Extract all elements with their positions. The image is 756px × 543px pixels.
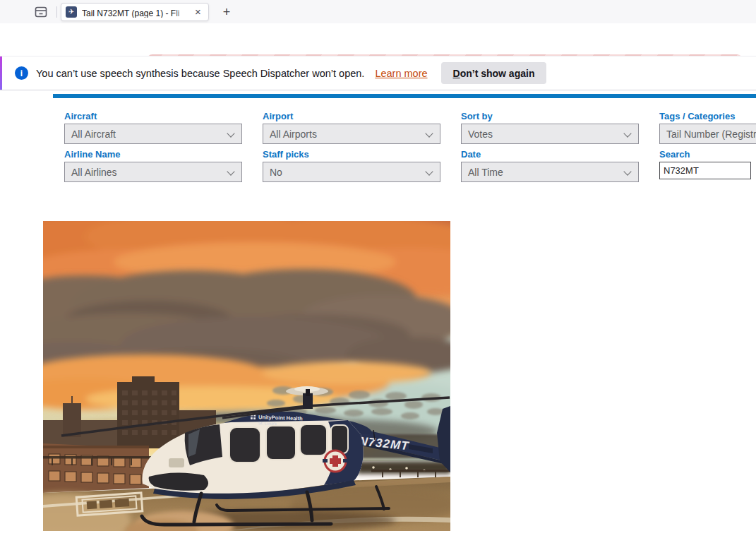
filter-aircraft: Aircraft All Aircraft	[64, 111, 242, 144]
sort-by-label: Sort by	[461, 111, 639, 121]
sort-by-select[interactable]: Votes	[461, 124, 639, 144]
notification-message: You can’t use speech synthesis because S…	[36, 68, 364, 79]
aircraft-label: Aircraft	[64, 111, 242, 121]
learn-more-link[interactable]: Learn more	[375, 68, 427, 79]
firefox-view-icon	[35, 6, 47, 18]
filter-airline: Airline Name All Airlines	[64, 149, 242, 182]
dismiss-accesskey: D	[453, 68, 460, 79]
dismiss-label-rest: on’t show again	[460, 68, 535, 79]
airport-select-value: All Airports	[270, 129, 317, 140]
new-tab-button[interactable]: +	[218, 4, 235, 20]
filter-airport: Airport All Airports	[263, 111, 440, 144]
sort-by-select-value: Votes	[468, 129, 493, 140]
flightaware-header-bar	[53, 94, 756, 98]
search-label: Search	[659, 149, 756, 160]
firefox-view-button[interactable]	[32, 4, 49, 20]
chevron-down-icon	[623, 167, 631, 175]
airline-select[interactable]: All Airlines	[64, 162, 242, 182]
tags-select-value: Tail Number (Registrat	[666, 129, 756, 140]
flightaware-favicon-icon: ✈	[66, 6, 77, 18]
tab-strip: ✈ Tail N732MT (page 1) - Fli × +	[0, 0, 756, 23]
airline-select-value: All Airlines	[71, 167, 117, 178]
tab-title-fade	[174, 6, 186, 18]
staff-picks-select-value: No	[270, 167, 282, 178]
chevron-down-icon	[227, 129, 234, 137]
chevron-down-icon	[425, 129, 433, 137]
aircraft-select[interactable]: All Aircraft	[64, 124, 242, 144]
chevron-down-icon	[425, 167, 433, 175]
staff-picks-select[interactable]: No	[263, 162, 440, 182]
chevron-down-icon	[623, 129, 631, 137]
date-select[interactable]: All Time	[461, 162, 639, 182]
aircraft-select-value: All Aircraft	[71, 129, 116, 140]
tab-close-icon[interactable]: ×	[192, 6, 204, 18]
staff-picks-label: Staff picks	[263, 149, 440, 160]
dont-show-again-button[interactable]: Don’t show again	[441, 62, 547, 84]
tab-title: Tail N732MT (page 1) - Fli	[82, 8, 180, 18]
notification-accent-stripe	[0, 56, 2, 90]
filter-date: Date All Time	[461, 149, 639, 182]
navigation-toolbar: www.flightaware.com/photos/aircraft/N732…	[0, 23, 756, 56]
airline-label: Airline Name	[64, 149, 242, 160]
info-icon: i	[15, 66, 28, 80]
aircraft-photo-thumbnail[interactable]: N732MT UnityPoint Health St. Luke's	[43, 221, 450, 531]
chevron-down-icon	[227, 167, 234, 175]
date-select-value: All Time	[468, 167, 503, 178]
browser-window: ✈ Tail N732MT (page 1) - Fli × +	[0, 0, 756, 543]
active-tab[interactable]: ✈ Tail N732MT (page 1) - Fli ×	[61, 3, 209, 21]
tab-separator	[56, 6, 57, 18]
tags-select[interactable]: Tail Number (Registrat	[659, 124, 756, 144]
search-input[interactable]	[659, 162, 751, 179]
warm-tint-overlay	[43, 221, 450, 531]
airport-select[interactable]: All Airports	[263, 124, 440, 144]
filter-sort-by: Sort by Votes	[461, 111, 639, 144]
date-label: Date	[461, 149, 639, 160]
airport-label: Airport	[263, 111, 440, 121]
filter-staff-picks: Staff picks No	[263, 149, 440, 182]
notification-bar: i You can’t use speech synthesis because…	[0, 56, 756, 90]
aircraft-photo-illustration: N732MT UnityPoint Health St. Luke's	[43, 221, 450, 531]
filter-tags: Tags / Categories Tail Number (Registrat	[659, 111, 756, 144]
filter-search: Search	[659, 149, 756, 179]
tags-label: Tags / Categories	[659, 111, 756, 121]
